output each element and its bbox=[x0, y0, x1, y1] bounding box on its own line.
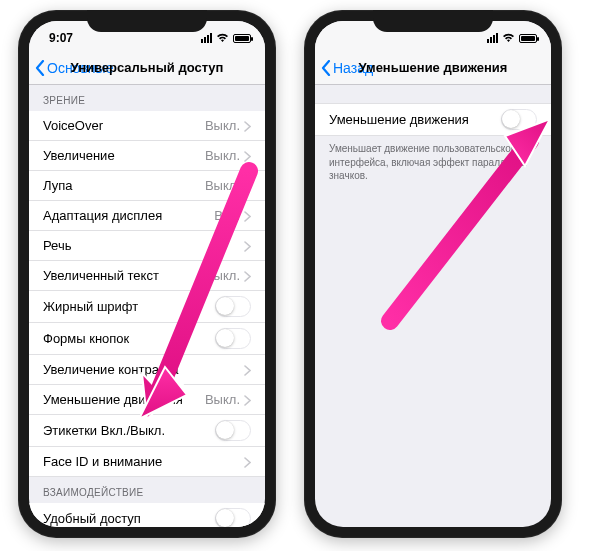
toggle-reachability[interactable] bbox=[215, 508, 251, 527]
row-zoom[interactable]: Увеличение Выкл. bbox=[29, 141, 265, 171]
chevron-right-icon bbox=[244, 240, 251, 251]
notch bbox=[373, 10, 493, 32]
chevron-right-icon bbox=[244, 210, 251, 221]
toggle-reduce-motion[interactable] bbox=[501, 109, 537, 130]
row-reduce-motion[interactable]: Уменьшение движения Выкл. bbox=[29, 385, 265, 415]
row-reduce-motion-toggle[interactable]: Уменьшение движения bbox=[315, 103, 551, 136]
footer-description: Уменьшает движение пользовательского инт… bbox=[315, 136, 551, 189]
row-label: Увеличение контраста bbox=[43, 362, 244, 377]
row-label: Уменьшение движения bbox=[329, 112, 501, 127]
chevron-right-icon bbox=[244, 364, 251, 375]
row-label: VoiceOver bbox=[43, 118, 205, 133]
row-label: Лупа bbox=[43, 178, 205, 193]
toggle-button-shapes[interactable] bbox=[215, 328, 251, 349]
row-onoff-labels[interactable]: Этикетки Вкл./Выкл. bbox=[29, 415, 265, 447]
row-label: Жирный шрифт bbox=[43, 299, 215, 314]
row-value: Выкл. bbox=[205, 392, 240, 407]
screen-left: 9:07 Основные Универсальный доступ ЗРЕНИ… bbox=[29, 21, 265, 527]
row-magnifier[interactable]: Лупа Выкл. bbox=[29, 171, 265, 201]
row-value: Выкл. bbox=[205, 268, 240, 283]
row-label: Удобный доступ bbox=[43, 511, 215, 526]
row-label: Увеличение bbox=[43, 148, 205, 163]
row-increase-contrast[interactable]: Увеличение контраста bbox=[29, 355, 265, 385]
chevron-right-icon bbox=[244, 270, 251, 281]
phone-right: Назад Уменьшение движения Уменьшение дви… bbox=[304, 10, 562, 538]
chevron-left-icon bbox=[321, 60, 331, 76]
back-label: Основные bbox=[47, 60, 113, 76]
battery-icon bbox=[233, 34, 251, 43]
row-label: Формы кнопок bbox=[43, 331, 215, 346]
row-value: Вкл. bbox=[214, 208, 240, 223]
section-header-interaction: ВЗАИМОДЕЙСТВИЕ bbox=[29, 477, 265, 503]
status-time: 9:07 bbox=[49, 31, 73, 45]
wifi-icon bbox=[216, 33, 229, 43]
phone-left: 9:07 Основные Универсальный доступ ЗРЕНИ… bbox=[18, 10, 276, 538]
status-indicators bbox=[201, 33, 251, 43]
toggle-bold-text[interactable] bbox=[215, 296, 251, 317]
nav-bar: Назад Уменьшение движения bbox=[315, 51, 551, 85]
chevron-right-icon bbox=[244, 120, 251, 131]
chevron-right-icon bbox=[244, 456, 251, 467]
chevron-right-icon bbox=[244, 150, 251, 161]
chevron-left-icon bbox=[35, 60, 45, 76]
signal-icon bbox=[487, 33, 498, 43]
row-faceid[interactable]: Face ID и внимание bbox=[29, 447, 265, 477]
row-label: Адаптация дисплея bbox=[43, 208, 214, 223]
list-vision: VoiceOver Выкл. Увеличение Выкл. Лупа Вы… bbox=[29, 111, 265, 477]
list-interaction: Удобный доступ bbox=[29, 503, 265, 527]
row-reachability[interactable]: Удобный доступ bbox=[29, 503, 265, 527]
row-value: Выкл. bbox=[205, 118, 240, 133]
battery-icon bbox=[519, 34, 537, 43]
back-button[interactable]: Основные bbox=[35, 60, 113, 76]
row-button-shapes[interactable]: Формы кнопок bbox=[29, 323, 265, 355]
row-label: Face ID и внимание bbox=[43, 454, 244, 469]
row-voiceover[interactable]: VoiceOver Выкл. bbox=[29, 111, 265, 141]
status-indicators bbox=[487, 33, 537, 43]
row-bold-text[interactable]: Жирный шрифт bbox=[29, 291, 265, 323]
signal-icon bbox=[201, 33, 212, 43]
back-label: Назад bbox=[333, 60, 373, 76]
row-value: Выкл. bbox=[205, 178, 240, 193]
row-label: Речь bbox=[43, 238, 244, 253]
row-speech[interactable]: Речь bbox=[29, 231, 265, 261]
row-label: Увеличенный текст bbox=[43, 268, 205, 283]
row-label: Уменьшение движения bbox=[43, 392, 205, 407]
screen-right: Назад Уменьшение движения Уменьшение дви… bbox=[315, 21, 551, 527]
list-reduce-motion: Уменьшение движения bbox=[315, 103, 551, 136]
chevron-right-icon bbox=[244, 180, 251, 191]
nav-bar: Основные Универсальный доступ bbox=[29, 51, 265, 85]
row-display-accommodations[interactable]: Адаптация дисплея Вкл. bbox=[29, 201, 265, 231]
section-header-vision: ЗРЕНИЕ bbox=[29, 85, 265, 111]
chevron-right-icon bbox=[244, 394, 251, 405]
wifi-icon bbox=[502, 33, 515, 43]
row-value: Выкл. bbox=[205, 148, 240, 163]
back-button[interactable]: Назад bbox=[321, 60, 373, 76]
notch bbox=[87, 10, 207, 32]
row-label: Этикетки Вкл./Выкл. bbox=[43, 423, 215, 438]
row-larger-text[interactable]: Увеличенный текст Выкл. bbox=[29, 261, 265, 291]
toggle-onoff-labels[interactable] bbox=[215, 420, 251, 441]
